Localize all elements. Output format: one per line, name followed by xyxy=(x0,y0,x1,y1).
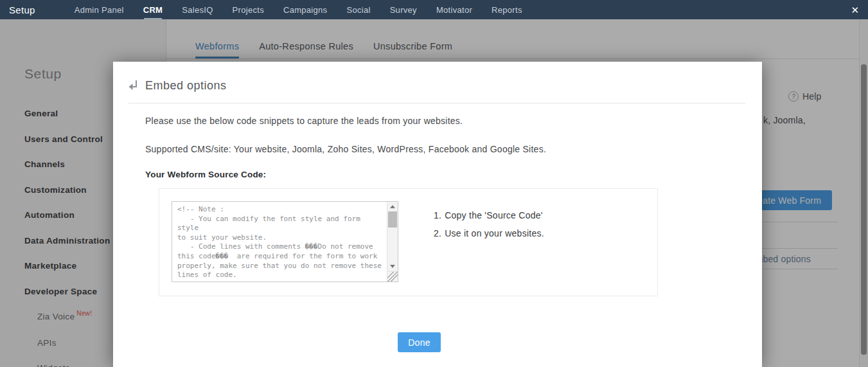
nav-items: Admin Panel CRM SalesIQ Projects Campaig… xyxy=(75,5,522,15)
source-code-label: Your Webform Source Code: xyxy=(145,170,266,179)
textarea-scrollbar-thumb[interactable] xyxy=(388,211,397,228)
nav-brand-setup[interactable]: Setup xyxy=(9,4,35,15)
nav-item-social[interactable]: Social xyxy=(346,5,370,15)
resize-grip-icon[interactable] xyxy=(387,271,398,282)
step-text: Copy the 'Source Code' xyxy=(445,210,543,220)
back-arrow-icon[interactable] xyxy=(127,78,139,91)
modal-title: Embed options xyxy=(145,79,227,93)
scroll-up-icon[interactable] xyxy=(387,202,398,211)
instructions-list: 1. Copy the 'Source Code' 2. Use it on y… xyxy=(434,210,544,246)
source-code-textarea[interactable]: <!-- Note : - You can modify the font st… xyxy=(172,201,398,282)
source-code-text: <!-- Note : - You can modify the font st… xyxy=(172,202,387,282)
nav-item-salesiq[interactable]: SalesIQ xyxy=(182,5,213,15)
scrollbar-track[interactable] xyxy=(387,228,398,262)
top-nav: Setup Admin Panel CRM SalesIQ Projects C… xyxy=(0,0,868,19)
done-button[interactable]: Done xyxy=(398,332,441,352)
zoho-crm-setup-screen: Setup Admin Panel CRM SalesIQ Projects C… xyxy=(0,0,868,367)
embed-options-modal: Embed options Please use the below code … xyxy=(113,62,762,367)
modal-divider xyxy=(128,103,745,103)
close-icon[interactable]: ✕ xyxy=(848,4,862,16)
nav-item-motivator[interactable]: Motivator xyxy=(436,5,472,15)
nav-item-survey[interactable]: Survey xyxy=(390,5,417,15)
supported-cms-text: Supported CMS/site: Your website, Joomla… xyxy=(145,144,546,154)
nav-item-reports[interactable]: Reports xyxy=(492,5,522,15)
step-number: 1. xyxy=(434,210,441,220)
scroll-down-icon[interactable] xyxy=(387,262,398,271)
step-number: 2. xyxy=(434,228,441,238)
modal-intro-text: Please use the below code snippets to ca… xyxy=(145,116,463,126)
nav-item-crm[interactable]: CRM xyxy=(143,5,163,15)
step-text: Use it on your websites. xyxy=(445,228,544,238)
nav-item-admin-panel[interactable]: Admin Panel xyxy=(75,5,124,15)
instruction-step: 1. Copy the 'Source Code' xyxy=(434,210,544,220)
embed-code-panel: <!-- Note : - You can modify the font st… xyxy=(159,188,658,296)
nav-item-projects[interactable]: Projects xyxy=(233,5,264,15)
instruction-step: 2. Use it on your websites. xyxy=(434,228,544,238)
nav-item-campaigns[interactable]: Campaigns xyxy=(283,5,327,15)
textarea-scrollbar[interactable] xyxy=(387,202,398,282)
